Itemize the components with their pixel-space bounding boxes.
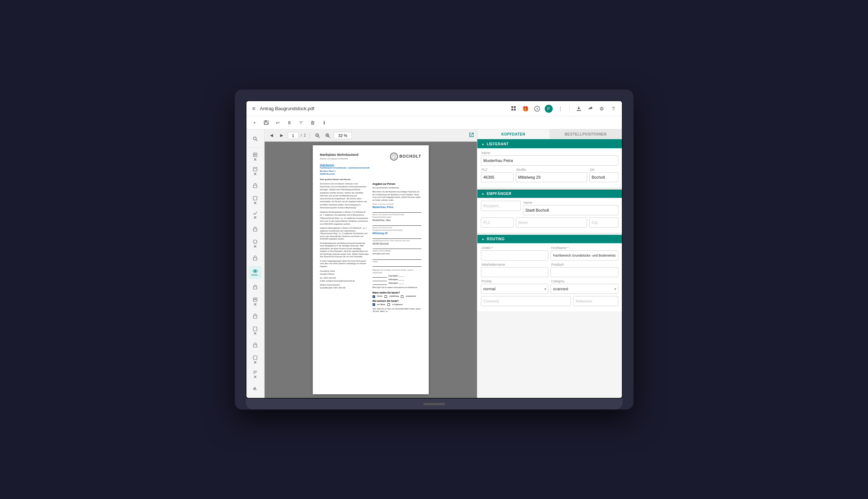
pdf-open-external[interactable] (469, 132, 474, 138)
sidebar-item-6[interactable] (249, 295, 262, 308)
empfaenger-city-input[interactable] (589, 217, 618, 228)
lieferant-ort-input[interactable] (589, 172, 618, 182)
pdf-prev-page[interactable]: ◀ (267, 132, 275, 140)
postfach-input[interactable] (551, 267, 618, 277)
pdf-page-input[interactable] (288, 132, 299, 139)
priority-label: Priority (481, 279, 549, 283)
empfaenger-section-header: ▲ EMPFÄNGER (477, 190, 622, 198)
empfaenger-recipient-field (481, 201, 521, 215)
add-button[interactable]: + (250, 118, 259, 128)
lieferant-chevron: ▲ (482, 142, 485, 146)
pdf-zoom-out[interactable] (313, 132, 321, 140)
tab-bestellpositionen[interactable]: BESTELLPOSITIONEN (549, 129, 622, 139)
main-content: Intelli... (246, 129, 622, 398)
lieferant-strasse-input[interactable] (516, 172, 587, 182)
pdf-body-1: Sie können sich mit diesem Vordruck in e… (320, 182, 369, 209)
sidebar-item-7[interactable] (249, 324, 262, 337)
filter-button[interactable] (296, 118, 306, 128)
firstname-input[interactable] (551, 250, 618, 261)
lieferant-strasse-field: Straße (516, 168, 587, 182)
info-button[interactable]: ℹ (320, 118, 329, 128)
pdf-address-dept: Fachbereich Grundstücks- und Bodenwirtsc… (320, 166, 421, 169)
svg-point-13 (253, 137, 256, 140)
sidebar-item-8[interactable] (249, 353, 262, 366)
pdf-household-title: Mitglieder des künftigen Haushalts (Kind… (373, 269, 421, 285)
pdf-checkbox-mittelfristig (385, 295, 387, 298)
sidebar-item-intellig[interactable]: Intelli... (249, 266, 262, 279)
sidebar-item-3[interactable] (249, 194, 262, 207)
menu-icon[interactable]: ≡ (251, 104, 257, 113)
unitid-input[interactable] (481, 250, 549, 261)
pause-button[interactable]: ⏸ (285, 118, 294, 128)
sidebar-item-1[interactable] (249, 150, 262, 163)
empfaenger-name-input[interactable] (523, 205, 618, 215)
svg-rect-8 (265, 121, 267, 122)
svg-point-42 (392, 154, 396, 159)
more-icon[interactable]: ⋮ (556, 105, 564, 113)
empfaenger-recipient-input[interactable] (481, 201, 521, 211)
svg-rect-31 (253, 316, 257, 318)
sidebar-item-d[interactable]: d. (249, 382, 262, 395)
pdf-main-title: Marktplatz Wohnbauland (320, 153, 358, 157)
routing-label: ROUTING (487, 237, 505, 241)
lieferant-plz-label: PLZ (481, 168, 514, 171)
routing-section-body: UnitID * FirstName * Mitarbeitername (477, 243, 622, 311)
lieferant-name-input[interactable] (481, 155, 618, 166)
sidebar-item-search[interactable] (249, 132, 262, 145)
undo-button[interactable]: ↩ (273, 118, 283, 128)
sidebar-item-lock-6[interactable] (249, 338, 262, 352)
pdf-zoom-in[interactable] (324, 132, 332, 140)
gift-icon[interactable]: 🎁 (522, 105, 529, 113)
svg-line-35 (318, 136, 320, 138)
svg-line-41 (471, 133, 473, 136)
pdf-body-2: Geplante Neubaugebiete in Stenern ("Im E… (320, 211, 369, 225)
reference-input[interactable] (573, 296, 618, 306)
save-button[interactable] (262, 118, 271, 128)
sidebar-item-2[interactable] (249, 165, 262, 178)
pdf-address-zip: 46395 Bocholt (320, 172, 421, 175)
help-icon[interactable]: ? (533, 105, 541, 113)
pdf-person-intro: Bitte führen Sie alle Bewerber des künft… (373, 191, 421, 201)
mitarbeitername-input[interactable] (481, 267, 549, 277)
firstname-field: FirstName * (551, 246, 618, 261)
empfaenger-plz-field (481, 217, 514, 228)
svg-point-24 (253, 240, 257, 244)
sidebar-item-4[interactable] (249, 208, 262, 221)
sidebar-item-lock-4[interactable] (249, 280, 262, 294)
sidebar-item-lock-3[interactable] (249, 251, 262, 265)
category-select[interactable]: scanned (551, 284, 618, 294)
pdf-eigentum-label: in Eigentum (392, 303, 403, 306)
empfaenger-chevron: ▲ (482, 192, 485, 195)
priority-field: Priority normal (481, 279, 549, 294)
settings-icon[interactable]: ⚙ (598, 105, 606, 113)
sidebar-item-lock-2[interactable] (249, 223, 262, 236)
comment-input[interactable] (481, 296, 571, 306)
sidebar-item-9[interactable] (249, 367, 262, 381)
pdf-address-block: Stadt Bocholt Fachbereich Grundstücks- u… (320, 163, 421, 176)
svg-rect-6 (577, 110, 581, 111)
pdf-street-label: Name und Vorname des Ehegatten/Lebenspar… (373, 226, 421, 232)
pdf-tel-label: Telefon Festnetz/Mobil (373, 250, 421, 252)
lieferant-plz-input[interactable] (481, 172, 514, 182)
delete-button[interactable]: 🗑 (308, 118, 317, 128)
sidebar-item-lock-5[interactable] (249, 309, 262, 323)
sidebar-item-lock-1[interactable] (249, 179, 262, 192)
empfaenger-city-field (589, 217, 618, 228)
grid-icon[interactable] (510, 105, 518, 113)
empfaenger-plz-input[interactable] (481, 217, 514, 228)
empfaenger-street-input[interactable] (516, 217, 587, 228)
right-panel-tabs: KOPFDATEN BESTELLPOSITIONEN (477, 129, 622, 140)
pdf-address-city: Stadt Bocholt (320, 163, 421, 166)
pdf-zoom-input[interactable] (334, 132, 352, 139)
user-icon[interactable]: P (545, 105, 553, 113)
share-icon[interactable] (586, 105, 594, 113)
pdf-next-page[interactable]: ▶ (278, 132, 286, 140)
svg-rect-23 (253, 229, 257, 231)
category-field: Category scanned (551, 279, 618, 294)
help2-icon[interactable]: ? (610, 105, 618, 113)
reference-field (573, 296, 618, 306)
download-icon[interactable] (575, 105, 583, 113)
sidebar-item-5[interactable] (249, 237, 262, 250)
tab-kopfdaten[interactable]: KOPFDATEN (477, 129, 550, 140)
priority-select[interactable]: normal (481, 284, 549, 294)
